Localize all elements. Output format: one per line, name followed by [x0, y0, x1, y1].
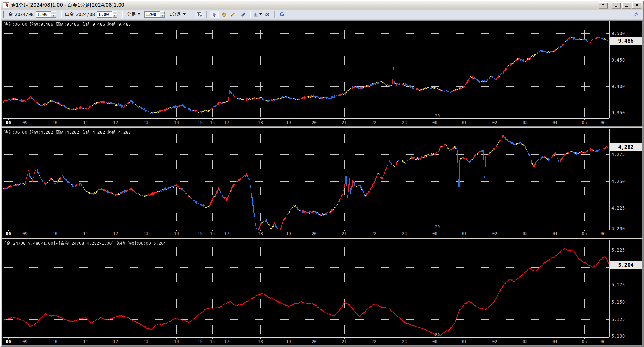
spin-up-button[interactable]: ▲: [51, 11, 56, 14]
chart-settings-button[interactable]: [195, 11, 204, 18]
x-axis-label: 02: [492, 120, 498, 125]
x-axis-label: 18: [258, 120, 263, 125]
gold-multiplier-spinner: ▲▼: [36, 11, 56, 18]
pan-tool-button[interactable]: [219, 11, 228, 18]
wrench-settings-icon: [633, 12, 639, 17]
x-axis-label: 15: [198, 231, 203, 236]
interval-label: 1分足: [169, 12, 181, 17]
platinum-multiplier-input[interactable]: [97, 11, 112, 18]
axis-tick-mark: [314, 119, 314, 120]
x-axis-label: 05: [582, 120, 587, 125]
axis-tick-mark: [289, 119, 289, 120]
gold-plot-area[interactable]: 時刻:06:00 始値:9,486 高値:9,486 安値:9,486 終値:9…: [3, 21, 609, 118]
chevron-down-icon: [138, 13, 140, 15]
axis-tick-mark: [227, 338, 227, 339]
bar-type-dropdown[interactable]: 分足: [125, 11, 142, 18]
platinum-label: 白金: [65, 12, 74, 17]
axis-tick-mark: [55, 119, 55, 120]
spin-down-button[interactable]: ▼: [51, 14, 56, 18]
gold-price-scale[interactable]: 9,486 9,5009,4509,4009,350: [609, 21, 642, 118]
platinum-candlestick-canvas[interactable]: [3, 129, 609, 230]
float-window-icon: [601, 3, 606, 7]
platinum-time-axis[interactable]: 0609101112131415161718192021222300010203…: [3, 230, 609, 237]
y-axis-label: 9,350: [611, 110, 625, 115]
refresh-button[interactable]: R: [278, 11, 287, 18]
axis-tick-mark: [374, 230, 374, 231]
axis-tick-mark: [260, 119, 261, 120]
axis-tick-mark: [289, 230, 289, 231]
spin-down-button[interactable]: ▼: [160, 14, 165, 18]
close-button[interactable]: [632, 2, 641, 9]
spread-price-scale[interactable]: 5,204 5,2255,2005,1755,1505,1255,100: [609, 240, 642, 337]
platinum-plot-area[interactable]: 時刻:06:00 始値:4,282 高値:4,282 安値:4,282 終値:4…: [3, 129, 609, 230]
minimize-icon: [615, 3, 618, 7]
axis-tick-mark: [200, 119, 200, 120]
x-axis-label: 01: [462, 231, 467, 236]
axis-tick-mark: [227, 119, 227, 120]
draw-tool-button[interactable]: [229, 11, 238, 18]
x-axis-label: 03: [523, 120, 528, 125]
chart-type-button[interactable]: [253, 11, 262, 18]
gold-time-axis[interactable]: 0609101112131415161718192021222300010203…: [3, 118, 609, 126]
gold-candlestick-canvas[interactable]: [3, 21, 609, 118]
spread-plot-area[interactable]: [金 24/08 9,486×1.00]-[白金 24/08 4,282×1.0…: [3, 240, 609, 337]
toolbar-grip[interactable]: [3, 11, 4, 18]
app-candlestick-icon: [3, 2, 9, 8]
toolbar-separator: [61, 11, 62, 18]
line-draw-tool-button[interactable]: [238, 11, 247, 18]
axis-tick-mark: [8, 338, 9, 339]
axis-tick-mark: [55, 230, 55, 231]
x-axis-label: 20: [312, 120, 317, 125]
axis-tick-mark: [200, 230, 200, 231]
y-axis-label: 9,450: [611, 57, 625, 63]
remove-chart-button[interactable]: [263, 11, 272, 18]
x-axis-label: 01: [462, 339, 467, 344]
select-tool-button[interactable]: [210, 11, 219, 18]
bar-count-input[interactable]: [144, 11, 160, 18]
date-label: 20: [435, 332, 440, 337]
platinum-price-scale[interactable]: 4,282 4,2754,2504,2254,200: [609, 129, 642, 230]
x-axis-label: 10: [53, 120, 58, 125]
axis-tick-mark: [344, 230, 345, 231]
refresh-icon: R: [279, 12, 285, 17]
x-axis-label: 14: [174, 231, 179, 236]
x-axis-label: 22: [372, 339, 377, 344]
spin-up-button[interactable]: ▲: [112, 11, 117, 14]
title-bar[interactable]: 金1分足[2024/08]1.00 - 白金1分足[2024/08]1.00: [1, 1, 643, 9]
pencil-draw-icon: [230, 12, 236, 17]
spin-up-button[interactable]: ▲: [160, 11, 165, 14]
x-axis-label: 23: [402, 339, 407, 344]
x-axis-label: 11: [83, 231, 88, 236]
svg-text:R: R: [282, 14, 284, 17]
x-axis-label: 06: [6, 120, 11, 125]
axis-tick-mark: [584, 338, 585, 339]
platinum-month: 2024/08: [76, 12, 95, 17]
x-axis-label: 18: [258, 339, 263, 344]
x-axis-label: 09: [22, 339, 28, 344]
platinum-chart-panel: 時刻:06:00 始値:4,282 高値:4,282 安値:4,282 終値:4…: [2, 128, 643, 238]
x-axis-label: 09: [22, 120, 28, 125]
close-icon: [635, 3, 639, 7]
chevron-down-icon: [259, 13, 262, 15]
settings-wrench-button[interactable]: [631, 11, 640, 18]
axis-tick-mark: [314, 230, 314, 231]
date-label: 20: [435, 224, 440, 229]
x-axis-label: 03: [523, 231, 528, 236]
axis-tick-mark: [86, 119, 86, 120]
x-axis-label: 01: [462, 120, 467, 125]
chart-settings-icon: [197, 12, 202, 17]
minimize-button[interactable]: [612, 2, 621, 9]
maximize-button[interactable]: [622, 2, 631, 9]
x-axis-label: 13: [144, 339, 149, 344]
float-window-button[interactable]: [599, 2, 608, 9]
spin-down-button[interactable]: ▼: [112, 14, 117, 18]
platinum-multiplier-spinner: ▲▼: [97, 11, 117, 18]
axis-tick-mark: [212, 119, 213, 120]
interval-dropdown[interactable]: 1分足: [167, 11, 188, 18]
x-axis-label: 00: [432, 339, 438, 344]
x-axis-label: 16: [210, 120, 215, 125]
spread-time-axis[interactable]: 0609101112131415161718192021222300010203…: [3, 337, 609, 345]
gold-multiplier-input[interactable]: [36, 11, 51, 18]
x-axis-label: 20: [312, 339, 317, 344]
spread-line-canvas[interactable]: [3, 240, 609, 337]
